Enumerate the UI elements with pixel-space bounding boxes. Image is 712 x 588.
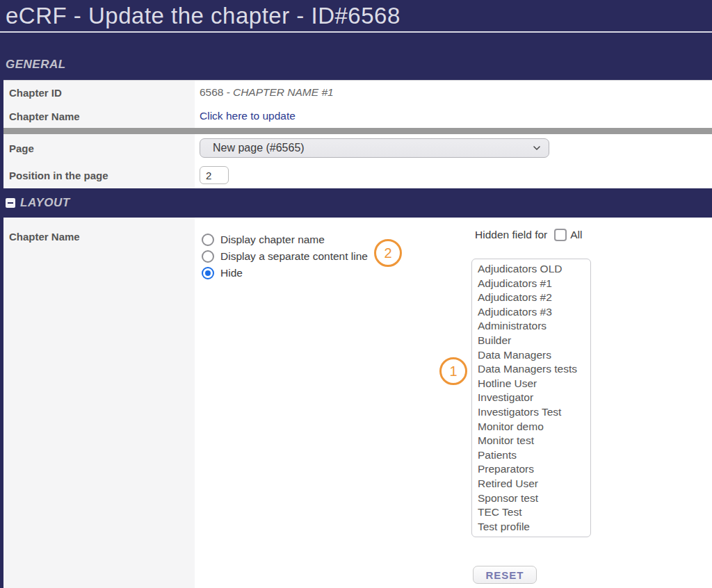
page-label: Page: [3, 134, 195, 162]
list-item[interactable]: Monitor demo: [478, 420, 590, 434]
radio-selected-icon[interactable]: [202, 267, 214, 279]
hidden-field-label: Hidden field for: [475, 229, 547, 241]
radio-hide[interactable]: Hide: [202, 265, 368, 281]
list-item[interactable]: Data Managers tests: [478, 362, 590, 377]
list-item[interactable]: Monitor test: [478, 434, 590, 448]
chevron-down-icon: [533, 146, 540, 150]
page-title: eCRF - Update the chapter - ID#6568: [6, 3, 400, 29]
list-item[interactable]: Adjudicators #3: [478, 305, 590, 320]
layout-section-label: LAYOUT: [20, 196, 70, 210]
chapter-id-label: Chapter ID: [3, 81, 195, 104]
chapter-id-value: 6568 - CHAPTER NAME #1: [195, 81, 712, 104]
list-item[interactable]: Test profile: [478, 520, 590, 534]
radio-label: Display chapter name: [220, 234, 325, 246]
all-checkbox-label: All: [570, 229, 582, 241]
layout-chapter-name-label: Chapter Name: [3, 218, 195, 588]
list-item[interactable]: Adjudicators OLD: [478, 262, 590, 277]
layout-section-header: LAYOUT: [0, 188, 712, 218]
chapter-name-preview: CHAPTER NAME #1: [233, 86, 334, 99]
general-section-header: GENERAL: [0, 33, 712, 80]
list-item[interactable]: Preparators: [478, 462, 590, 477]
list-item[interactable]: Administrators: [478, 319, 590, 334]
list-item[interactable]: Adjudicators #1: [478, 277, 590, 291]
general-table: Chapter ID 6568 - CHAPTER NAME #1 Chapte…: [3, 80, 712, 128]
collapse-icon[interactable]: [6, 198, 15, 208]
position-label: Position in the page: [3, 162, 195, 188]
page-header: eCRF - Update the chapter - ID#6568: [0, 0, 712, 33]
section-divider: [3, 128, 712, 134]
reset-button[interactable]: RESET: [473, 566, 537, 584]
list-item[interactable]: Patients: [478, 448, 590, 463]
list-item[interactable]: Builder: [478, 334, 590, 348]
list-item[interactable]: Investigators Test: [478, 405, 590, 420]
list-item[interactable]: Retired User: [478, 477, 590, 491]
annotation-circle-1: 1: [439, 357, 467, 385]
list-item[interactable]: Sponsor test: [478, 491, 590, 506]
all-checkbox[interactable]: [554, 229, 567, 241]
click-to-update-link[interactable]: Click here to update: [200, 110, 296, 122]
radio-label: Display a separate content line: [220, 250, 368, 263]
layout-table: Chapter Name Display chapter name Displa…: [3, 218, 712, 588]
page-table: Page New page (#6565) Position in the pa…: [3, 134, 712, 188]
list-item[interactable]: Data Managers: [478, 348, 590, 363]
chapter-name-row: Chapter Name Click here to update: [3, 104, 712, 128]
layout-content: Display chapter name Display a separate …: [195, 218, 712, 588]
chapter-id-row: Chapter ID 6568 - CHAPTER NAME #1: [3, 81, 712, 104]
hidden-field-for: Hidden field for All: [475, 229, 583, 241]
radio-icon[interactable]: [202, 250, 214, 263]
radio-display-separate-content-line[interactable]: Display a separate content line: [202, 248, 368, 265]
page-select[interactable]: New page (#6565): [200, 138, 549, 158]
radio-label: Hide: [220, 267, 243, 279]
general-section-label: GENERAL: [6, 58, 66, 72]
list-item[interactable]: Hotline User: [478, 377, 590, 391]
position-input[interactable]: [200, 166, 229, 184]
radio-icon[interactable]: [202, 234, 214, 246]
chapter-name-display-options: Display chapter name Display a separate …: [202, 231, 368, 281]
chapter-id-number: 6568 -: [200, 86, 230, 99]
position-row: Position in the page: [3, 162, 712, 188]
radio-display-chapter-name[interactable]: Display chapter name: [202, 231, 368, 248]
chapter-name-label: Chapter Name: [3, 104, 195, 128]
page-row: Page New page (#6565): [3, 134, 712, 162]
list-item[interactable]: Adjudicators #2: [478, 291, 590, 305]
list-item[interactable]: Investigator: [478, 391, 590, 405]
hidden-profiles-listbox[interactable]: Adjudicators OLD Adjudicators #1 Adjudic…: [471, 259, 591, 537]
list-item[interactable]: TEC Test: [478, 505, 590, 520]
page-select-value: New page (#6565): [213, 142, 305, 154]
annotation-circle-2: 2: [374, 239, 402, 267]
